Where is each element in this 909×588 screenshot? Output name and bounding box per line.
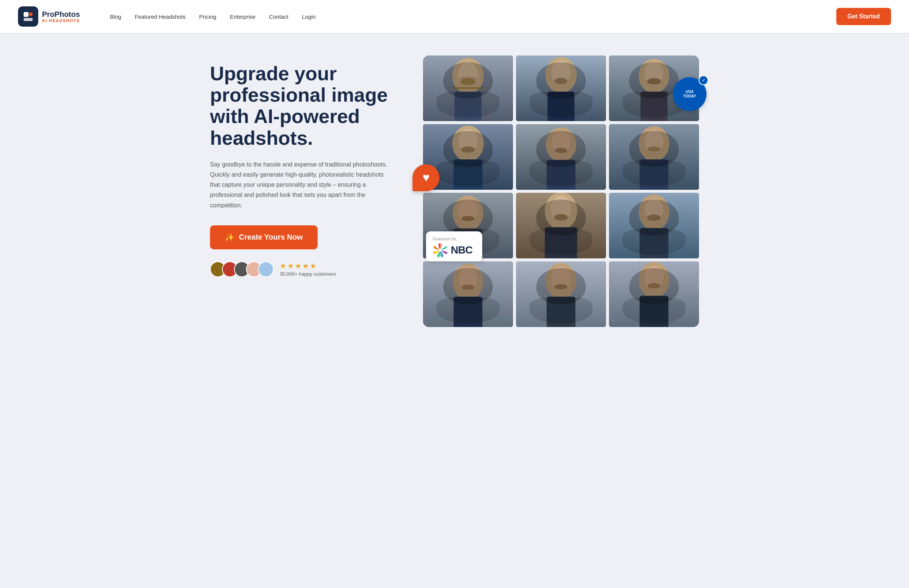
svg-rect-65 [423, 262, 513, 327]
svg-point-2 [29, 12, 32, 16]
nbc-badge: Featured On: NBC [426, 231, 482, 262]
svg-point-25 [545, 57, 577, 93]
brand-sub: AI HEADSHOTS [42, 18, 80, 23]
svg-rect-37 [454, 159, 483, 190]
svg-point-59 [554, 214, 568, 221]
svg-point-49 [647, 146, 660, 152]
svg-point-7 [225, 270, 234, 276]
avatar-group [210, 262, 274, 277]
photo-cell-1 [423, 55, 513, 121]
social-proof: ★★★★★ 30,000+ happy customers [210, 262, 405, 277]
svg-point-53 [459, 199, 477, 221]
svg-rect-57 [545, 227, 577, 258]
svg-point-9 [237, 270, 246, 276]
hero-section: Upgrade your professional image with AI-… [192, 33, 717, 349]
usa-today-text-line2: TODAY [683, 94, 696, 99]
svg-point-63 [645, 199, 664, 221]
nbc-logo: NBC [433, 242, 476, 258]
hero-left: Upgrade your professional image with AI-… [210, 55, 405, 277]
svg-point-61 [639, 194, 669, 230]
photo-grid [423, 55, 699, 327]
nav-login[interactable]: Login [302, 13, 316, 20]
logo[interactable]: ProPhotos AI HEADSHOTS [18, 6, 80, 27]
svg-rect-26 [547, 92, 575, 121]
nav-pricing[interactable]: Pricing [199, 13, 216, 20]
svg-rect-70 [516, 262, 606, 327]
nav-contact[interactable]: Contact [269, 13, 288, 20]
nbc-name: NBC [451, 244, 473, 256]
svg-point-33 [645, 62, 664, 84]
svg-rect-72 [547, 297, 576, 327]
svg-point-38 [458, 129, 478, 153]
customer-count: 30,000+ happy customers [280, 271, 336, 277]
star-rating: ★★★★★ [280, 262, 336, 270]
svg-point-22 [461, 78, 475, 86]
wand-icon: ✨ [225, 233, 234, 242]
hero-description: Say goodbye to the hassle and expense of… [210, 159, 390, 210]
svg-rect-1 [24, 12, 29, 17]
svg-point-48 [645, 130, 664, 152]
featured-on-label: Featured On: [433, 237, 476, 241]
svg-point-44 [555, 148, 567, 153]
avatar-5 [258, 262, 274, 277]
logo-icon-box [18, 6, 38, 27]
svg-rect-47 [640, 159, 668, 190]
svg-point-36 [452, 126, 484, 162]
svg-rect-42 [547, 160, 576, 190]
svg-point-54 [462, 216, 475, 221]
svg-point-73 [551, 267, 571, 290]
svg-point-34 [647, 78, 661, 85]
usa-today-text-line1: USA [686, 90, 693, 94]
svg-point-71 [546, 263, 576, 299]
photo-cell-9 [609, 193, 699, 258]
svg-rect-21 [460, 77, 476, 84]
svg-rect-40 [516, 124, 606, 190]
logo-text: ProPhotos AI HEADSHOTS [42, 10, 80, 23]
svg-point-11 [249, 270, 258, 276]
rating-wrap: ★★★★★ 30,000+ happy customers [280, 262, 336, 277]
heart-badge: ♥ [412, 164, 439, 191]
svg-point-5 [213, 270, 222, 276]
svg-rect-18 [452, 87, 484, 89]
nbc-peacock-icon [433, 242, 448, 258]
svg-rect-16 [423, 55, 513, 121]
photo-cell-10 [423, 262, 513, 327]
create-now-button[interactable]: ✨ Create Yours Now [210, 225, 318, 249]
photo-cell-6 [609, 124, 699, 190]
get-started-button[interactable]: Get Started [836, 8, 891, 25]
svg-point-46 [639, 126, 669, 161]
check-icon: ✓ [699, 75, 708, 85]
svg-point-66 [453, 264, 483, 300]
svg-point-13 [261, 270, 270, 276]
svg-point-28 [555, 78, 567, 84]
heart-icon: ♥ [423, 171, 430, 184]
nav-enterprise[interactable]: Enterprise [230, 13, 255, 20]
svg-point-39 [461, 146, 475, 153]
svg-rect-77 [640, 296, 668, 327]
svg-point-14 [439, 249, 442, 252]
svg-rect-3 [24, 18, 32, 21]
nav-blog[interactable]: Blog [110, 13, 121, 20]
svg-point-64 [647, 215, 661, 221]
svg-point-43 [552, 131, 570, 153]
photo-cell-5 [516, 124, 606, 190]
svg-rect-62 [640, 228, 668, 258]
svg-point-51 [453, 196, 483, 231]
hero-heading: Upgrade your professional image with AI-… [210, 63, 405, 149]
svg-point-31 [639, 59, 669, 93]
svg-point-69 [462, 284, 475, 290]
photo-cell-2 [516, 55, 606, 121]
nav-links: Blog Featured Headshots Pricing Enterpri… [110, 13, 836, 20]
svg-rect-24 [516, 55, 606, 121]
svg-point-27 [551, 61, 571, 84]
svg-rect-32 [641, 92, 667, 121]
svg-point-41 [546, 128, 576, 162]
nav-featured-headshots[interactable]: Featured Headshots [135, 13, 186, 20]
svg-rect-45 [609, 124, 699, 190]
svg-rect-75 [609, 262, 699, 327]
svg-point-78 [644, 265, 664, 289]
create-now-label: Create Yours Now [239, 233, 303, 241]
svg-point-58 [551, 196, 571, 221]
photo-cell-11 [516, 262, 606, 327]
svg-rect-19 [454, 92, 481, 121]
